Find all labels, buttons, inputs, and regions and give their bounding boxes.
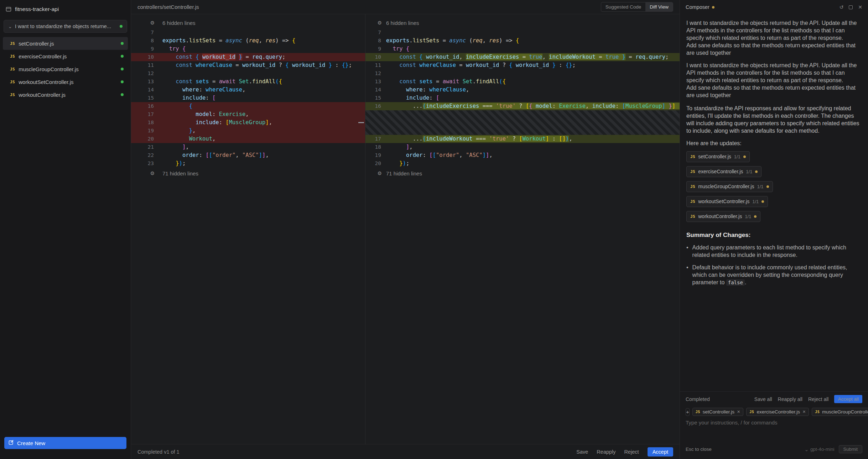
code-line: 21 ], [131, 143, 365, 151]
update-file-chip[interactable]: JSsetController.js1/1 [686, 151, 750, 162]
code-line: 15 include: [ [365, 94, 680, 102]
code-line: 14 where: whereClause, [131, 86, 365, 94]
model-name: gpt-4o-mini [810, 447, 835, 452]
context-chip[interactable]: JSexerciseController.js✕ [746, 408, 809, 416]
maximize-icon[interactable] [849, 5, 853, 9]
composer-input[interactable] [686, 420, 862, 426]
code-text: try { [162, 45, 365, 53]
js-file-icon: JS [10, 54, 15, 59]
hidden-lines-top[interactable]: ⚙6 hidden lines [131, 17, 365, 28]
sidebar-item-workoutSetController[interactable]: JSworkoutSetController.js [3, 75, 128, 88]
code-line: 9 try { [131, 45, 365, 53]
context-chip[interactable]: JSsetController.js✕ [692, 408, 744, 416]
suggested-code-toggle[interactable]: Suggested Code [601, 2, 646, 11]
line-number: 11 [131, 61, 162, 69]
line-number: 18 [131, 118, 162, 127]
code-line: 17 ...(includeWorkout === 'true' ? [Work… [365, 135, 680, 143]
hidden-lines-bottom[interactable]: ⚙71 hidden lines [365, 168, 680, 179]
message-paragraph: Add sane defaults so that the methods re… [686, 42, 862, 57]
chevron-down-icon: ⌄ [8, 24, 12, 29]
update-file-chip[interactable]: JSworkoutSetController.js1/1 [686, 196, 768, 207]
code-line: 18 include: [MuscleGroup], [131, 118, 365, 127]
code-line: 19 }, [131, 127, 365, 135]
code-line: 13 const sets = await Set.findAll({ [365, 78, 680, 86]
line-number: 15 [365, 94, 386, 102]
sidebar-item-workoutController[interactable]: JSworkoutController.js [3, 88, 128, 101]
hidden-lines-top[interactable]: ⚙6 hidden lines [365, 17, 680, 28]
accept-all-button[interactable]: Accept all [834, 395, 862, 403]
code-line: 20 Workout, [131, 135, 365, 143]
pending-dot [743, 155, 746, 158]
line-number: 15 [131, 94, 162, 102]
code-line: 10 const { workout_id, includeExercises … [365, 53, 680, 61]
code-line: 8exports.listSets = async (req, res) => … [365, 37, 680, 45]
history-icon[interactable]: ↺ [840, 5, 844, 10]
reapply-all-button[interactable]: Reapply all [778, 396, 802, 402]
context-chip[interactable]: JSmuscleGroupController.js✕ [812, 408, 868, 416]
composer-status-row: Completed Save allReapply allReject allA… [680, 391, 868, 406]
submit-button[interactable]: Submit [839, 445, 862, 453]
file-name: workoutSetController.js [698, 198, 749, 205]
save-all-button[interactable]: Save all [754, 396, 772, 402]
code-text: exports.listSets = async (req, res) => { [386, 37, 680, 45]
code-text: include: [ [162, 94, 365, 102]
accept-button[interactable]: Accept [648, 447, 673, 457]
file-tab[interactable]: controllers/setController.js [131, 0, 206, 14]
diff-status-text: Completed v1 of 1 [137, 449, 180, 455]
save-button[interactable]: Save [576, 449, 588, 455]
code-text: exports.listSets = async (req, res) => { [162, 37, 365, 45]
line-number: 14 [131, 86, 162, 94]
diff-view-toggle[interactable]: Diff View [645, 2, 673, 11]
change-indicator-dot [121, 55, 124, 58]
update-file-list: JSsetController.js1/1JSexerciseControlle… [686, 151, 862, 222]
code-line: 12 [365, 69, 680, 78]
hidden-lines-bottom[interactable]: ⚙71 hidden lines [131, 168, 365, 179]
line-number: 17 [131, 110, 162, 118]
line-number: 10 [131, 53, 162, 61]
create-new-button[interactable]: Create New [4, 437, 126, 449]
diff-editor: ⚙6 hidden lines78exports.listSets = asyn… [131, 14, 680, 444]
code-text: const { workout_id } = req.query; [162, 53, 365, 61]
update-file-chip[interactable]: JSmuscleGroupController.js1/1 [686, 181, 773, 192]
project-header: fitness-tracker-api [0, 0, 131, 19]
remove-chip-icon[interactable]: ✕ [737, 410, 740, 414]
composer-input-area[interactable] [686, 420, 862, 442]
sidebar-item-exerciseController[interactable]: JSexerciseController.js [3, 50, 128, 63]
line-number: 22 [131, 151, 162, 159]
sidebar-item-setController[interactable]: JSsetController.js [3, 37, 128, 50]
line-number: 10 [365, 53, 386, 61]
hidden-lines-label: 71 hidden lines [386, 170, 422, 176]
file-name: exerciseController.js [19, 53, 67, 59]
message-paragraph: Add sane defaults so that the methods re… [686, 84, 862, 99]
sidebar-item-muscleGroupController[interactable]: JSmuscleGroupController.js [3, 63, 128, 75]
add-context-button[interactable]: + [686, 408, 690, 416]
message-list: I want to standardize the objects return… [686, 19, 862, 99]
summary-bullet: •Added query parameters to each list met… [686, 244, 862, 259]
code-line: 14 where: whereClause, [365, 86, 680, 94]
remove-chip-icon[interactable]: ✕ [802, 410, 806, 414]
model-selector[interactable]: ⌄ gpt-4o-mini [805, 447, 835, 452]
code-text: order: [["order", "ASC"]], [162, 151, 365, 159]
message-paragraph: I want to standardize the objects return… [686, 19, 862, 42]
project-icon [6, 6, 11, 12]
close-icon[interactable]: ✕ [858, 5, 862, 10]
reapply-button[interactable]: Reapply [597, 449, 615, 455]
code-line: 16 { [131, 102, 365, 110]
composer-status: Completed [686, 396, 710, 402]
js-file-icon: JS [690, 213, 695, 220]
user-message: I want to standardize the objects return… [686, 62, 862, 99]
reject-all-button[interactable]: Reject all [808, 396, 829, 402]
chat-session-item[interactable]: ⌄ I want to standardize the objects retu… [4, 20, 127, 33]
progress-label: 1/1 [757, 183, 763, 190]
code-line: 19 order: [["order", "ASC"]], [365, 151, 680, 159]
file-name: setController.js [19, 41, 54, 47]
code-text: { [162, 102, 365, 110]
update-file-chip[interactable]: JSexerciseController.js1/1 [686, 166, 762, 177]
chip-file-name: muscleGroupController.js [822, 409, 868, 415]
code-text [162, 28, 365, 37]
update-file-chip[interactable]: JSworkoutController.js1/1 [686, 211, 760, 222]
code-text: const { workout_id, includeExercises = t… [386, 53, 680, 61]
code-text: Workout, [162, 135, 365, 143]
line-number: 18 [365, 143, 386, 151]
reject-button[interactable]: Reject [624, 449, 639, 455]
